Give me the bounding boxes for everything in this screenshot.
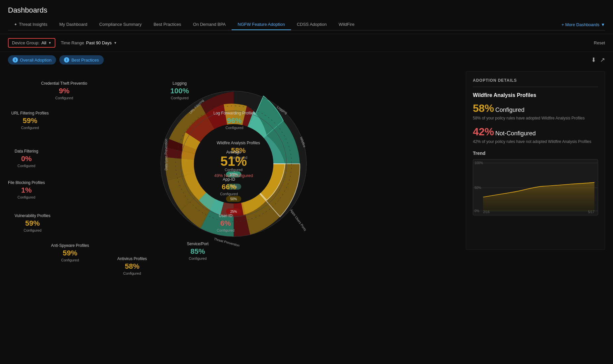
stat-logging[interactable]: Logging 100% Configured <box>170 81 189 100</box>
adoption-panel: ADOPTION DETAILS Wildfire Analysis Profi… <box>466 71 605 250</box>
stat-url-filtering[interactable]: URL Filtering Profiles 59% Configured <box>11 111 49 130</box>
more-dashboards-button[interactable]: + More Dashboards ▼ <box>562 22 605 27</box>
stat-file-blocking[interactable]: File Blocking Profiles 1% Configured <box>8 180 45 200</box>
info-icon: i <box>64 57 69 63</box>
chevron-down-icon: ▼ <box>48 41 52 45</box>
time-range-filter[interactable]: Time Range Past 90 Days ▼ <box>61 40 117 45</box>
best-practices-button[interactable]: i Best Practices <box>59 55 103 65</box>
stat-service-port[interactable]: Service/Port 85% Configured <box>187 242 208 261</box>
reset-button[interactable]: Reset <box>594 40 605 45</box>
main-content: 25% 50% 75% 100% Logging URL Filtering <box>0 68 613 258</box>
action-icons: ⬇ ↗ <box>591 56 605 64</box>
not-configured: 49% Not Configured <box>214 173 253 178</box>
tab-best-practices[interactable]: Best Practices <box>147 19 187 30</box>
tab-cdss-adoption[interactable]: CDSS Adoption <box>291 19 333 30</box>
time-range-value: Past 90 Days <box>86 40 112 45</box>
share-icon[interactable]: ↗ <box>600 56 605 64</box>
configured-desc: 58% of your policy rules have adopted Wi… <box>473 116 598 120</box>
stat-data-filtering[interactable]: Data Filtering 0% Configured <box>15 149 38 168</box>
stat-user-id[interactable]: User-ID 6% Configured <box>217 213 235 233</box>
chevron-down-icon: ▼ <box>601 22 605 27</box>
stat-app-id[interactable]: App-ID 66% Configured <box>220 177 238 196</box>
configured-label: Configured <box>214 168 253 172</box>
stat-anti-spyware[interactable]: Anti-Spyware Profiles 59% Configured <box>51 243 89 262</box>
tab-ngfw-feature-adoption[interactable]: NGFW Feature Adoption <box>232 19 291 30</box>
configured-pct: 58% <box>473 102 494 114</box>
toolbar: Device Group: All ▼ Time Range Past 90 D… <box>0 34 613 52</box>
device-group-label: Device Group: <box>12 40 39 45</box>
download-icon[interactable]: ⬇ <box>591 56 596 64</box>
not-configured-desc: 42% of your policy rules have not adopte… <box>473 139 598 144</box>
sub-toolbar: i Overall Adoption i Best Practices ⬇ ↗ <box>0 52 613 68</box>
header: Dashboards ✦ Threat Insights My Dashboar… <box>0 0 613 34</box>
tab-threat-insights[interactable]: ✦ Threat Insights <box>8 19 53 30</box>
donut-center: Average 51% Configured 49% Not Configure… <box>214 150 253 178</box>
stat-vulnerability[interactable]: Vulnerability Profiles 59% Configured <box>15 213 50 233</box>
not-configured-pct: 42% <box>473 126 494 138</box>
not-configured-stat: 42% Not-Configured 42% of your policy ru… <box>473 126 598 144</box>
chevron-down-icon: ▼ <box>114 41 117 45</box>
tab-my-dashboard[interactable]: My Dashboard <box>53 19 93 30</box>
adoption-panel-title: ADOPTION DETAILS <box>473 78 598 87</box>
info-icon: i <box>13 57 18 63</box>
stat-credential-theft[interactable]: Credential Theft Preventio 9% Configured <box>41 81 87 100</box>
trend-title: Trend <box>473 151 598 156</box>
not-configured-label: Not Configured <box>224 173 253 178</box>
device-group-value: All <box>41 40 46 45</box>
configured-stat: 58% Configured 58% of your policy rules … <box>473 102 598 120</box>
overall-adoption-button[interactable]: i Overall Adoption <box>8 55 56 65</box>
nav-tabs: ✦ Threat Insights My Dashboard Complianc… <box>8 19 605 30</box>
configured-label: Configured <box>495 107 525 113</box>
tab-compliance-summary[interactable]: Compliance Summary <box>93 19 148 30</box>
tab-wildfire[interactable]: WildFire <box>333 19 361 30</box>
chart-section: 25% 50% 75% 100% Logging URL Filtering <box>8 68 459 250</box>
trend-chart: 100% 50% 0% 2/16 5/17 <box>473 159 598 215</box>
star-icon: ✦ <box>14 22 17 27</box>
device-group-filter[interactable]: Device Group: All ▼ <box>8 38 55 48</box>
time-range-label: Time Range <box>61 40 84 45</box>
not-configured-pct: 49% <box>214 173 223 178</box>
trend-section: Trend 100% 50% 0% 2/16 5/17 <box>473 151 598 215</box>
profile-name: Wildfire Analysis Profiles <box>473 92 598 98</box>
stat-antivirus[interactable]: Antivirus Profiles 58% Configured <box>117 256 147 276</box>
trend-line-svg <box>473 159 598 215</box>
stat-log-forwarding[interactable]: Log Forwarding Profiles 96% Configured <box>213 111 255 130</box>
average-pct: 51% <box>214 155 253 168</box>
page-title: Dashboards <box>8 6 605 15</box>
tab-on-demand-bpa[interactable]: On Demand BPA <box>187 19 232 30</box>
not-configured-label: Not-Configured <box>495 130 536 137</box>
